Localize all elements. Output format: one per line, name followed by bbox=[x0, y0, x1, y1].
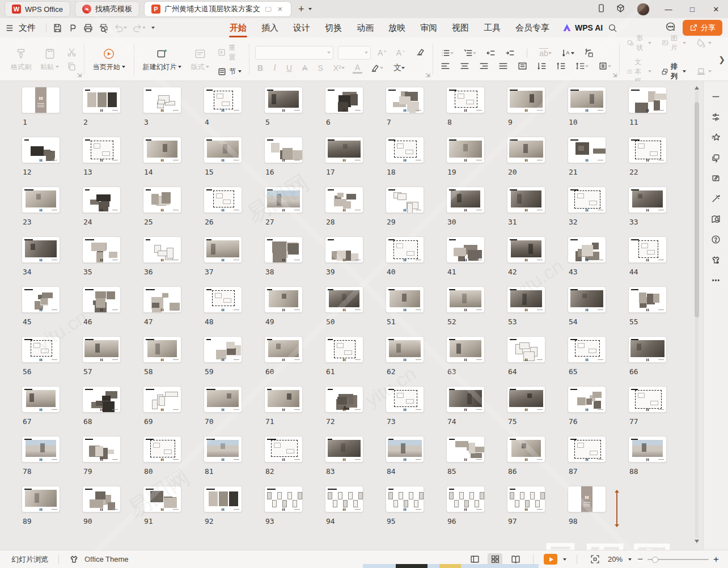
superscript-button[interactable]: X² bbox=[331, 63, 347, 73]
slide-thumbnail-62[interactable]: H bbox=[386, 336, 424, 363]
print-button[interactable] bbox=[82, 22, 95, 35]
slide-thumbnail-86[interactable]: H bbox=[507, 436, 545, 463]
slide-thumbnail-52[interactable]: H bbox=[446, 286, 485, 313]
slide-thumbnail-19[interactable]: H bbox=[446, 137, 485, 163]
scrollbar-thumb[interactable] bbox=[695, 102, 699, 317]
menu-item-视图[interactable]: 视图 bbox=[447, 20, 474, 36]
slide-thumbnail-67[interactable]: H bbox=[22, 386, 60, 413]
slide-thumbnail-1[interactable]: H bbox=[22, 87, 60, 113]
zoom-in-icon[interactable]: + bbox=[713, 554, 719, 564]
row-spacing-button[interactable] bbox=[554, 61, 568, 71]
tab-list-caret-icon[interactable] bbox=[308, 8, 312, 12]
minimize-button[interactable]: — bbox=[657, 0, 680, 18]
slide-thumbnail-85[interactable]: H bbox=[446, 436, 485, 463]
signature-icon[interactable] bbox=[710, 172, 722, 184]
justify-button[interactable] bbox=[496, 61, 510, 71]
font-size-select[interactable] bbox=[338, 46, 371, 60]
underline-button[interactable]: U bbox=[284, 63, 294, 73]
copy-button[interactable] bbox=[65, 61, 78, 72]
section-button[interactable]: 节 bbox=[215, 66, 243, 77]
slide-thumbnail-56[interactable]: H bbox=[22, 336, 60, 363]
slide-thumbnail-41[interactable]: H bbox=[446, 236, 485, 263]
increase-font-size-button[interactable]: A⁺ bbox=[375, 48, 390, 57]
slide-thumbnail-15[interactable]: H bbox=[204, 137, 242, 163]
collapse-panel-icon[interactable] bbox=[710, 90, 722, 103]
bold-button[interactable]: B bbox=[255, 63, 265, 73]
slide-thumbnail-82[interactable]: H bbox=[264, 436, 303, 463]
slide-thumbnail-84[interactable]: H bbox=[386, 436, 424, 463]
slide-sorter-canvas[interactable]: H1H2H3H4H5H6H7H8H9H10H11H12H13H14H15H16H… bbox=[0, 81, 703, 550]
save-button[interactable] bbox=[51, 22, 64, 35]
slide-thumbnail-45[interactable]: H bbox=[22, 286, 60, 313]
clipboard-dialog-launcher-icon[interactable]: ⇲ bbox=[77, 72, 82, 78]
slide-thumbnail-65[interactable]: H bbox=[568, 336, 606, 363]
slide-thumbnail-71[interactable]: H bbox=[264, 386, 303, 413]
tab-wps-office[interactable]: W WPS Office bbox=[5, 1, 70, 17]
text-shadow-button[interactable]: S bbox=[315, 63, 325, 73]
menu-item-工具[interactable]: 工具 bbox=[479, 20, 506, 36]
slide-thumbnail-48[interactable]: H bbox=[204, 286, 242, 313]
slideshow-play-button[interactable] bbox=[544, 554, 557, 565]
distribute-text-button[interactable] bbox=[515, 61, 530, 71]
font-color-button[interactable]: A bbox=[353, 63, 362, 74]
scroll-down-icon[interactable] bbox=[695, 540, 699, 545]
slide-thumbnail-68[interactable]: H bbox=[82, 386, 121, 413]
slide-thumbnail-94[interactable]: H bbox=[325, 486, 363, 512]
slide-thumbnail-26[interactable]: H bbox=[204, 186, 242, 213]
slide-thumbnail-25[interactable]: H bbox=[143, 186, 181, 213]
slide-thumbnail-83[interactable]: H bbox=[325, 436, 363, 463]
wps-ai-button[interactable]: WPS AI bbox=[562, 23, 603, 32]
convert-slides-icon[interactable] bbox=[710, 151, 722, 164]
slide-thumbnail-42[interactable]: H bbox=[507, 236, 545, 263]
slide-thumbnail-22[interactable]: H bbox=[628, 137, 667, 163]
slide-thumbnail-75[interactable]: H bbox=[507, 386, 545, 413]
slide-thumbnail-63[interactable]: H bbox=[446, 336, 485, 363]
find-replace-icon[interactable] bbox=[710, 213, 722, 225]
slide-thumbnail-39[interactable]: H bbox=[325, 236, 363, 263]
slide-thumbnail-74[interactable]: H bbox=[446, 386, 485, 413]
slide-thumbnail-5[interactable]: H bbox=[264, 87, 303, 113]
menu-item-放映[interactable]: 放映 bbox=[383, 20, 410, 36]
play-from-current-button[interactable]: 当页开始 bbox=[90, 46, 128, 73]
zoom-out-icon[interactable]: − bbox=[637, 554, 643, 564]
menu-item-设计[interactable]: 设计 bbox=[288, 20, 315, 36]
cut-button[interactable] bbox=[65, 47, 78, 58]
shapes-button[interactable]: 形状 bbox=[625, 33, 653, 53]
slide-thumbnail-61[interactable]: H bbox=[325, 336, 363, 363]
slide-thumbnail-95[interactable]: H bbox=[386, 486, 424, 512]
slide-thumbnail-79[interactable]: H bbox=[82, 436, 121, 463]
tab-close-icon[interactable]: ✕ bbox=[276, 6, 284, 13]
slide-thumbnail-29[interactable]: H bbox=[386, 186, 424, 213]
vertical-align-button[interactable] bbox=[596, 61, 613, 71]
slide-thumbnail-44[interactable]: H bbox=[628, 236, 667, 263]
close-button[interactable]: ✕ bbox=[704, 0, 728, 18]
menu-item-会员专享[interactable]: 会员专享 bbox=[510, 20, 555, 36]
slide-thumbnail-20[interactable]: H bbox=[507, 137, 545, 163]
search-icon[interactable] bbox=[606, 22, 619, 35]
slide-thumbnail-16[interactable]: H bbox=[264, 137, 303, 163]
outline-color-button[interactable] bbox=[695, 66, 713, 77]
slide-thumbnail-6[interactable]: H bbox=[325, 87, 363, 113]
slide-thumbnail-59[interactable]: H bbox=[204, 336, 242, 363]
slide-thumbnail-43[interactable]: H bbox=[568, 236, 606, 263]
italic-button[interactable]: I bbox=[271, 63, 278, 73]
slide-thumbnail-57[interactable]: H bbox=[82, 336, 121, 363]
font-family-select[interactable] bbox=[255, 46, 333, 60]
tab-presentation-document[interactable]: P 广州黄埔大道顶层软装方案文 🖵 ✕ bbox=[144, 1, 291, 17]
slide-thumbnail-90[interactable]: H bbox=[82, 486, 121, 512]
user-avatar[interactable] bbox=[637, 3, 650, 16]
increase-indent-button[interactable] bbox=[503, 48, 517, 58]
slide-thumbnail-24[interactable]: H bbox=[82, 186, 121, 213]
menu-item-切换[interactable]: 切换 bbox=[320, 20, 347, 36]
more-options-icon[interactable] bbox=[710, 274, 722, 286]
tab-template-store[interactable]: ❧ 找稿壳模板 bbox=[75, 1, 139, 17]
magic-wand-icon[interactable] bbox=[710, 192, 722, 205]
slide-thumbnail-60[interactable]: H bbox=[264, 336, 303, 363]
slide-thumbnail-7[interactable]: H bbox=[386, 87, 424, 113]
slide-thumbnail-23[interactable]: H bbox=[22, 186, 60, 213]
menu-item-动画[interactable]: 动画 bbox=[352, 20, 379, 36]
slide-thumbnail-33[interactable]: H bbox=[628, 186, 667, 213]
slide-thumbnail-89[interactable]: H bbox=[22, 486, 60, 512]
scroll-up-icon[interactable] bbox=[695, 84, 699, 90]
slide-thumbnail-27[interactable]: H bbox=[264, 186, 303, 213]
